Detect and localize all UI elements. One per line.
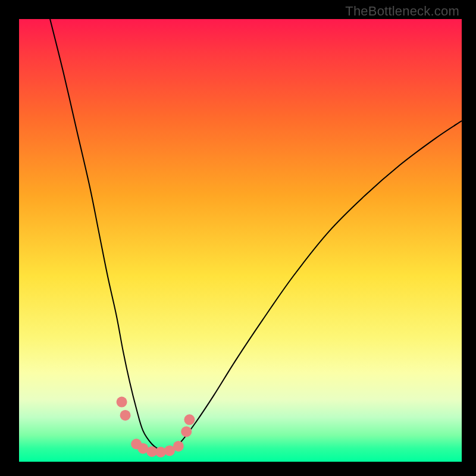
chart-frame: TheBottleneck.com [0,0,476,476]
marker-group [117,397,195,458]
curve-layer [19,19,462,462]
data-marker [184,414,195,425]
data-marker [181,426,192,437]
curve-left-branch [50,19,165,453]
data-marker [120,410,131,421]
watermark-text: TheBottleneck.com [345,4,459,19]
plot-area [19,19,462,462]
curve-right-branch [165,121,462,453]
data-marker [117,397,127,408]
data-marker [173,441,184,452]
